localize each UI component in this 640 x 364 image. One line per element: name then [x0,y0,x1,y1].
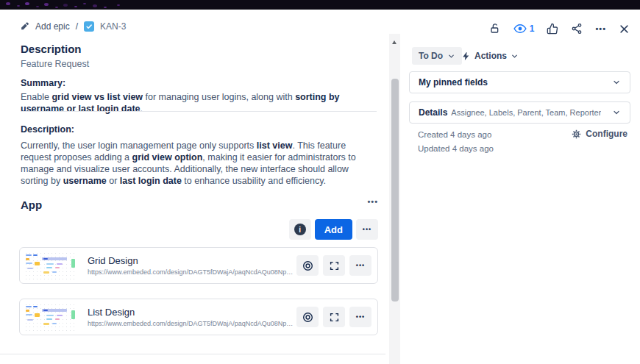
share-icon[interactable] [569,21,584,36]
ellipsis-icon: ••• [356,313,365,321]
breadcrumb-add-epic[interactable]: Add epic [35,21,70,32]
breadcrumb: Add epic / KAN-3 [21,21,126,32]
desc-bold: username [63,176,107,186]
summary-text: Enable [21,92,51,102]
pencil-icon [21,22,29,31]
task-type-icon [84,21,94,32]
expand-button[interactable] [323,255,345,276]
theme-speckles-decoration [6,2,10,5]
description-section-title: Description [21,43,82,55]
status-label: To Do [419,51,443,61]
desc-bold: list view [257,140,293,151]
app-info-button[interactable]: i [289,219,311,240]
chevron-down-icon [511,52,519,60]
attachment-card-list-design[interactable]: List Design https://www.embeded.com/desi… [19,299,378,335]
status-dropdown[interactable]: To Do [412,47,462,65]
summary-text: for managing user logins, along with [143,92,295,102]
chevron-down-icon [447,52,455,60]
app-more-button[interactable]: ••• [356,219,378,240]
watch-count: 1 [530,24,535,34]
pinned-fields-label: My pinned fields [419,77,488,88]
section-divider [0,354,385,354]
details-label: Details [419,107,447,118]
attachment-more-button[interactable]: ••• [349,307,371,327]
fullscreen-icon [330,261,339,271]
expand-button[interactable] [323,307,345,327]
section-divider [21,111,377,112]
actions-dropdown[interactable]: Actions [461,47,519,65]
attachment-title: List Design [88,307,296,318]
thumbs-up-icon[interactable] [545,21,560,36]
summary-heading: Summary: [21,78,65,88]
app-toolbar: i Add ••• [21,219,378,240]
lock-icon[interactable] [488,21,502,36]
details-fields-summary: Assignee, Labels, Parent, Team, Reporter [451,108,601,117]
preview-button[interactable] [296,255,319,276]
scrollbar-thumb[interactable] [391,79,399,301]
chevron-down-icon [612,78,621,87]
browser-top-strip [0,0,640,10]
vertical-scrollbar[interactable] [389,34,400,364]
attachment-card-grid-design[interactable]: Grid Design https://www.embeded.com/desi… [19,247,378,284]
more-actions-icon[interactable]: ••• [594,23,608,35]
desc-bold: last login date [120,176,182,186]
attachment-url[interactable]: https://www.embeded.com/design/DAGT5fDWa… [88,268,296,276]
desc-text: or [107,176,120,186]
description-heading: Description: [21,124,74,135]
created-timestamp: Created 4 days ago [418,130,491,139]
preview-button[interactable] [296,307,319,327]
design-thumbnail [24,303,77,331]
description-subtitle: Feature Request [21,59,89,69]
app-overflow-icon[interactable]: ••• [21,197,378,206]
ellipsis-icon: ••• [356,262,365,269]
jira-issue-view: Add epic / KAN-3 1 ••• Descriptio [0,0,640,364]
pinned-fields-panel[interactable]: My pinned fields [409,71,630,93]
info-icon: i [294,224,306,235]
attachment-actions: ••• [296,307,371,327]
breadcrumb-issue-key[interactable]: KAN-3 [100,21,126,32]
view-icon [302,312,313,323]
details-panel-header[interactable]: Details Assignee, Labels, Parent, Team, … [409,101,630,124]
design-thumbnail [24,251,77,279]
watchers-button[interactable]: 1 [512,21,536,37]
eye-icon [513,22,527,35]
chevron-down-icon [612,108,621,117]
close-icon[interactable] [617,22,631,36]
ellipsis-icon: ••• [363,226,371,233]
description-paragraph: Currently, the user login management pag… [21,140,377,187]
attachment-info: Grid Design https://www.embeded.com/desi… [88,255,296,276]
attachment-url[interactable]: https://www.embeded.com/design/DAGT5fDWa… [88,320,296,327]
updated-timestamp: Updated 4 days ago [418,144,494,153]
summary-text: . [141,104,143,114]
configure-button[interactable]: Configure [572,129,627,139]
desc-text: Currently, the user login management pag… [21,140,257,151]
attachment-info: List Design https://www.embeded.com/desi… [88,307,296,327]
breadcrumb-separator: / [76,21,78,32]
attachment-actions: ••• [296,255,371,276]
lightning-bolt-icon [461,51,471,61]
configure-label: Configure [586,129,627,139]
desc-text: to enhance usability and efficiency. [182,176,326,186]
attachment-more-button[interactable]: ••• [349,255,371,276]
desc-bold: grid view option [132,152,203,163]
summary-bold: grid view vs list view [51,92,143,102]
header-actions: 1 ••• [488,21,631,37]
attachment-title: Grid Design [88,255,296,266]
app-add-button[interactable]: Add [315,219,352,240]
scrollbar-up-arrow[interactable] [392,40,397,44]
view-icon [302,260,313,271]
gear-icon [572,129,581,139]
fullscreen-icon [330,313,339,322]
actions-label: Actions [474,51,507,61]
